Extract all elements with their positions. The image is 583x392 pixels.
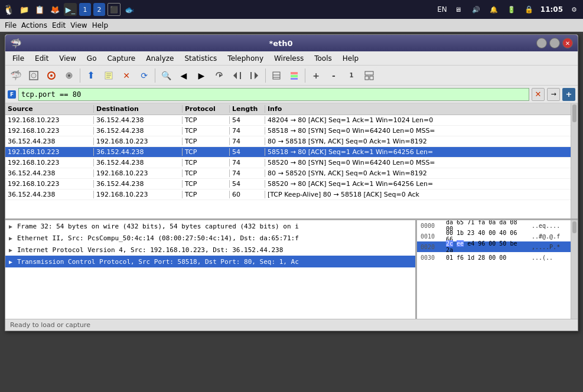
taskbar-notify-btn[interactable]: 🔔 <box>487 3 500 16</box>
tb-loop-btn[interactable] <box>211 67 227 84</box>
svg-rect-18 <box>291 75 298 77</box>
outer-menu-view[interactable]: View <box>70 21 87 30</box>
svg-marker-12 <box>255 72 258 79</box>
taskbar-sound-btn[interactable]: 🔊 <box>470 3 483 16</box>
svg-rect-19 <box>291 78 298 80</box>
cell-proto: TCP <box>183 148 230 156</box>
cell-src: 36.152.44.238 <box>5 191 94 198</box>
table-row[interactable]: 192.168.10.223 36.152.44.238 TCP 54 4820… <box>5 115 571 126</box>
cell-src: 192.168.10.223 <box>5 148 94 156</box>
outer-menu-actions[interactable]: Actions <box>21 21 47 30</box>
taskbar-lock-btn[interactable]: 🔒 <box>523 3 536 16</box>
maximize-button[interactable] <box>549 38 560 48</box>
tb-zoom-in-btn[interactable]: + <box>308 67 324 84</box>
tb-sep4 <box>305 68 305 83</box>
tb-zoom-reset-btn[interactable]: 1 <box>343 67 360 84</box>
outer-menu-file[interactable]: File <box>5 21 17 30</box>
table-row[interactable]: 36.152.44.238 192.168.10.223 TCP 60 [TCP… <box>5 190 571 200</box>
tree-toggle-icon: ▶ <box>9 223 15 230</box>
table-row[interactable]: 192.168.10.223 36.152.44.238 TCP 74 5851… <box>5 126 571 136</box>
list-item[interactable]: ▶ Internet Protocol Version 4, Src: 192.… <box>5 244 415 256</box>
hex-rows: 0000 da 65 71 fa 0a da 08 00 ..eq.... 00… <box>417 220 571 263</box>
menu-edit[interactable]: Edit <box>30 53 53 64</box>
table-row[interactable]: 36.152.44.238 192.168.10.223 TCP 74 80 →… <box>5 136 571 147</box>
tb-new-capture-btn[interactable] <box>25 67 42 84</box>
table-row[interactable]: 192.168.10.223 36.152.44.238 TCP 54 5851… <box>5 147 571 158</box>
tb-close-btn[interactable]: ✕ <box>118 67 135 84</box>
taskbar-window-icon[interactable]: ⬛ <box>108 3 120 16</box>
taskbar-fish-icon[interactable]: 🐟 <box>123 3 136 16</box>
col-header-info: Info <box>265 105 571 113</box>
packet-list-scrollbar[interactable] <box>571 103 578 218</box>
tb-shark-icon[interactable]: 🦈 <box>8 67 24 84</box>
menu-wireless[interactable]: Wireless <box>269 53 308 64</box>
menu-analyze[interactable]: Analyze <box>141 53 178 64</box>
tb-notes-btn[interactable] <box>100 67 117 84</box>
menu-view[interactable]: View <box>54 53 80 64</box>
tb-reload-btn[interactable]: ⟳ <box>136 67 152 84</box>
cell-src: 192.168.10.223 <box>5 180 94 188</box>
svg-marker-10 <box>233 72 237 79</box>
menu-go[interactable]: Go <box>82 53 102 64</box>
cell-info: 58520 → 80 [SYN] Seq=0 Win=64240 Len=0 M… <box>265 159 571 166</box>
tb-zoom-out-btn[interactable]: - <box>325 67 342 84</box>
menu-tools[interactable]: Tools <box>310 53 337 64</box>
tree-toggle-icon: ▶ <box>9 235 15 241</box>
tb-layout-btn[interactable] <box>361 67 377 84</box>
taskbar-num2-btn[interactable]: 2 <box>93 3 105 16</box>
menu-statistics[interactable]: Statistics <box>180 53 222 64</box>
detail-area: ▶ Frame 32: 54 bytes on wire (432 bits),… <box>5 218 578 319</box>
minimize-button[interactable] <box>536 38 547 48</box>
taskbar-archive-icon[interactable]: 📋 <box>33 3 46 16</box>
menu-help[interactable]: Help <box>338 53 363 64</box>
tb-start-btn[interactable]: ⬆ <box>83 67 99 84</box>
cell-info: 58518 → 80 [SYN] Seq=0 Win=64240 Len=0 M… <box>265 127 571 135</box>
tb-back-btn[interactable]: ◀ <box>175 67 192 84</box>
table-row[interactable]: 36.152.44.238 192.168.10.223 TCP 74 80 →… <box>5 168 571 179</box>
taskbar-terminal-icon[interactable]: ▶_ <box>64 3 77 16</box>
table-row[interactable]: 192.168.10.223 36.152.44.238 TCP 54 5852… <box>5 179 571 190</box>
outer-menu-edit[interactable]: Edit <box>52 21 66 30</box>
taskbar-wireshark-icon[interactable]: 🐧 <box>2 3 15 16</box>
cell-info: 80 → 58520 [SYN, ACK] Seq=0 Ack=1 Win=81… <box>265 169 571 177</box>
menu-capture[interactable]: Capture <box>102 53 140 64</box>
menubar: File Edit View Go Capture Analyze Statis… <box>5 51 578 66</box>
svg-rect-17 <box>291 72 298 74</box>
tb-prev-mark-btn[interactable] <box>229 67 245 84</box>
close-button[interactable]: ✕ <box>562 38 573 48</box>
cell-dst: 36.152.44.238 <box>94 116 183 124</box>
tb-open-btn[interactable] <box>43 67 60 84</box>
detail-scrollbar[interactable] <box>571 220 578 319</box>
svg-rect-21 <box>365 76 369 80</box>
hex-offset: 0010 <box>421 233 441 240</box>
tb-options-btn[interactable] <box>61 67 77 84</box>
tb-sep2 <box>155 68 155 83</box>
taskbar-files-icon[interactable]: 📁 <box>18 3 31 16</box>
menu-file[interactable]: File <box>8 53 29 64</box>
taskbar-num1-btn[interactable]: 1 <box>79 3 91 16</box>
detail-hex: 0000 da 65 71 fa 0a da 08 00 ..eq.... 00… <box>417 220 571 319</box>
taskbar-firefox-icon[interactable]: 🦊 <box>48 3 61 16</box>
filter-add-btn[interactable]: + <box>562 88 575 101</box>
cell-len: 54 <box>230 116 265 124</box>
table-row[interactable]: 192.168.10.223 36.152.44.238 TCP 74 5852… <box>5 158 571 168</box>
list-item[interactable]: ▶ Ethernet II, Src: PcsCompu_50:4c:14 (0… <box>5 232 415 244</box>
menu-telephony[interactable]: Telephony <box>223 53 268 64</box>
tb-color-btn[interactable] <box>286 67 302 84</box>
taskbar-settings-btn[interactable]: ⚙ <box>568 3 581 16</box>
tb-find-btn[interactable]: 🔍 <box>158 67 174 84</box>
tb-single-col-btn[interactable] <box>268 67 285 84</box>
hex-ascii: ..eq.... <box>532 223 567 229</box>
filter-arrow-btn[interactable]: → <box>547 88 560 101</box>
filter-clear-btn[interactable]: ✕ <box>532 88 545 101</box>
cell-dst: 192.168.10.223 <box>94 138 183 145</box>
tb-next-mark-btn[interactable] <box>246 67 263 84</box>
wireshark-logo: 🦈 <box>10 38 22 49</box>
taskbar-display-btn[interactable]: 🖥 <box>452 3 465 16</box>
filter-input[interactable] <box>18 88 529 101</box>
outer-menu-help[interactable]: Help <box>92 21 108 30</box>
taskbar-battery-btn[interactable]: 🔋 <box>505 3 518 16</box>
list-item[interactable]: ▶ Frame 32: 54 bytes on wire (432 bits),… <box>5 220 415 232</box>
list-item[interactable]: ▶ Transmission Control Protocol, Src Por… <box>5 256 415 267</box>
tb-forward-btn[interactable]: ▶ <box>193 67 210 84</box>
